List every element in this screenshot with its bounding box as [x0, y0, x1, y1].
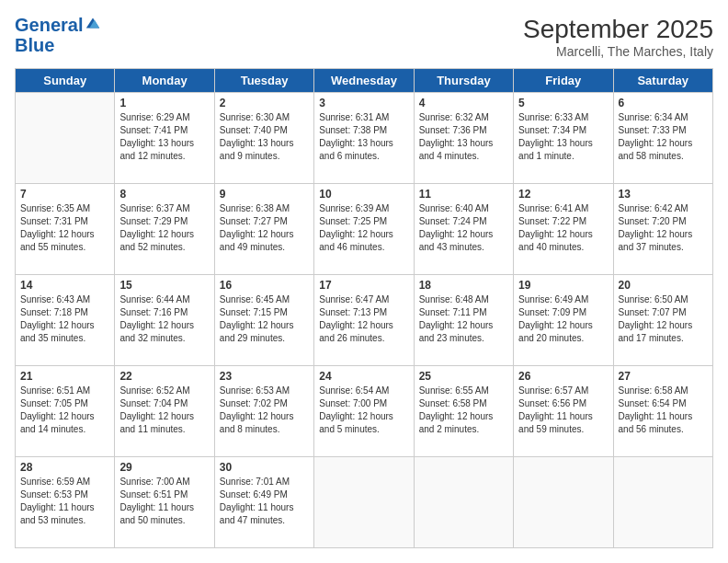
day-number: 11	[419, 188, 508, 201]
day-cell: 2Sunrise: 6:30 AMSunset: 7:40 PMDaylight…	[214, 93, 313, 184]
day-cell: 15Sunrise: 6:44 AMSunset: 7:16 PMDayligh…	[115, 275, 214, 366]
day-info: Sunrise: 6:45 AMSunset: 7:15 PMDaylight:…	[220, 293, 309, 345]
day-number: 22	[119, 370, 209, 383]
day-info: Sunrise: 6:38 AMSunset: 7:27 PMDaylight:…	[220, 202, 309, 254]
day-number: 5	[518, 97, 608, 109]
calendar-table: SundayMondayTuesdayWednesdayThursdayFrid…	[15, 68, 713, 548]
col-header-thursday: Thursday	[414, 69, 513, 93]
day-info: Sunrise: 6:49 AMSunset: 7:09 PMDaylight:…	[518, 293, 608, 345]
day-cell: 14Sunrise: 6:43 AMSunset: 7:18 PMDayligh…	[16, 275, 115, 366]
day-number: 13	[619, 188, 708, 201]
header: General Blue September 2025 Marcelli, Th…	[15, 15, 713, 59]
col-header-tuesday: Tuesday	[214, 69, 313, 93]
day-number: 17	[319, 279, 408, 292]
day-info: Sunrise: 6:57 AMSunset: 6:56 PMDaylight:…	[518, 385, 608, 436]
day-info: Sunrise: 6:34 AMSunset: 7:33 PMDaylight:…	[619, 111, 708, 163]
day-info: Sunrise: 6:52 AMSunset: 7:04 PMDaylight:…	[119, 385, 209, 436]
day-info: Sunrise: 6:43 AMSunset: 7:18 PMDaylight:…	[20, 293, 109, 345]
day-info: Sunrise: 6:53 AMSunset: 7:02 PMDaylight:…	[220, 385, 309, 436]
day-cell: 28Sunrise: 6:59 AMSunset: 6:53 PMDayligh…	[16, 457, 115, 548]
day-cell: 19Sunrise: 6:49 AMSunset: 7:09 PMDayligh…	[514, 275, 613, 366]
day-number: 3	[319, 97, 408, 109]
day-number: 25	[419, 370, 508, 383]
col-header-friday: Friday	[514, 69, 613, 93]
day-number: 4	[419, 97, 508, 109]
logo-text: General	[15, 15, 83, 35]
week-row-3: 14Sunrise: 6:43 AMSunset: 7:18 PMDayligh…	[16, 275, 713, 366]
day-info: Sunrise: 6:35 AMSunset: 7:31 PMDaylight:…	[20, 202, 109, 254]
day-number: 20	[619, 279, 708, 292]
day-cell: 4Sunrise: 6:32 AMSunset: 7:36 PMDaylight…	[414, 93, 513, 184]
day-cell	[16, 93, 115, 184]
day-info: Sunrise: 6:32 AMSunset: 7:36 PMDaylight:…	[419, 111, 508, 163]
day-cell: 11Sunrise: 6:40 AMSunset: 7:24 PMDayligh…	[414, 184, 513, 275]
col-header-saturday: Saturday	[613, 69, 712, 93]
day-number: 6	[619, 97, 708, 109]
day-number: 26	[518, 370, 608, 383]
day-cell: 24Sunrise: 6:54 AMSunset: 7:00 PMDayligh…	[314, 366, 414, 457]
day-info: Sunrise: 6:50 AMSunset: 7:07 PMDaylight:…	[619, 293, 708, 345]
col-header-wednesday: Wednesday	[314, 69, 414, 93]
day-cell: 26Sunrise: 6:57 AMSunset: 6:56 PMDayligh…	[514, 366, 613, 457]
day-cell: 20Sunrise: 6:50 AMSunset: 7:07 PMDayligh…	[613, 275, 712, 366]
day-cell: 10Sunrise: 6:39 AMSunset: 7:25 PMDayligh…	[314, 184, 414, 275]
day-info: Sunrise: 7:01 AMSunset: 6:49 PMDaylight:…	[220, 476, 309, 527]
day-cell: 7Sunrise: 6:35 AMSunset: 7:31 PMDaylight…	[16, 184, 115, 275]
day-cell: 22Sunrise: 6:52 AMSunset: 7:04 PMDayligh…	[115, 366, 214, 457]
day-info: Sunrise: 6:33 AMSunset: 7:34 PMDaylight:…	[518, 111, 608, 163]
day-info: Sunrise: 6:51 AMSunset: 7:05 PMDaylight:…	[20, 385, 109, 436]
week-row-5: 28Sunrise: 6:59 AMSunset: 6:53 PMDayligh…	[16, 457, 713, 548]
day-info: Sunrise: 6:44 AMSunset: 7:16 PMDaylight:…	[119, 293, 209, 345]
logo-line2: Blue	[15, 35, 54, 55]
day-number: 1	[119, 97, 209, 109]
day-number: 21	[20, 370, 109, 383]
day-cell: 6Sunrise: 6:34 AMSunset: 7:33 PMDaylight…	[613, 93, 712, 184]
day-number: 19	[518, 279, 608, 292]
day-number: 10	[319, 188, 408, 201]
day-cell: 27Sunrise: 6:58 AMSunset: 6:54 PMDayligh…	[613, 366, 712, 457]
day-cell: 12Sunrise: 6:41 AMSunset: 7:22 PMDayligh…	[514, 184, 613, 275]
day-info: Sunrise: 6:42 AMSunset: 7:20 PMDaylight:…	[619, 202, 708, 254]
week-row-2: 7Sunrise: 6:35 AMSunset: 7:31 PMDaylight…	[16, 184, 713, 275]
day-info: Sunrise: 6:37 AMSunset: 7:29 PMDaylight:…	[119, 202, 209, 254]
day-cell	[414, 457, 513, 548]
day-number: 27	[619, 370, 708, 383]
day-number: 7	[20, 188, 109, 201]
day-cell: 23Sunrise: 6:53 AMSunset: 7:02 PMDayligh…	[214, 366, 313, 457]
day-cell: 8Sunrise: 6:37 AMSunset: 7:29 PMDaylight…	[115, 184, 214, 275]
day-cell: 16Sunrise: 6:45 AMSunset: 7:15 PMDayligh…	[214, 275, 313, 366]
day-info: Sunrise: 6:31 AMSunset: 7:38 PMDaylight:…	[319, 111, 408, 163]
week-row-1: 1Sunrise: 6:29 AMSunset: 7:41 PMDaylight…	[16, 93, 713, 184]
day-number: 18	[419, 279, 508, 292]
day-info: Sunrise: 6:48 AMSunset: 7:11 PMDaylight:…	[419, 293, 508, 345]
calendar-header-row: SundayMondayTuesdayWednesdayThursdayFrid…	[16, 69, 713, 93]
day-number: 8	[119, 188, 209, 201]
day-cell: 30Sunrise: 7:01 AMSunset: 6:49 PMDayligh…	[214, 457, 313, 548]
day-info: Sunrise: 6:39 AMSunset: 7:25 PMDaylight:…	[319, 202, 408, 254]
logo-icon	[85, 15, 101, 31]
day-cell	[314, 457, 414, 548]
page: General Blue September 2025 Marcelli, Th…	[0, 0, 728, 563]
day-cell: 17Sunrise: 6:47 AMSunset: 7:13 PMDayligh…	[314, 275, 414, 366]
col-header-sunday: Sunday	[16, 69, 115, 93]
day-cell: 1Sunrise: 6:29 AMSunset: 7:41 PMDaylight…	[115, 93, 214, 184]
day-cell: 18Sunrise: 6:48 AMSunset: 7:11 PMDayligh…	[414, 275, 513, 366]
day-number: 9	[220, 188, 309, 201]
day-cell: 5Sunrise: 6:33 AMSunset: 7:34 PMDaylight…	[514, 93, 613, 184]
day-number: 14	[20, 279, 109, 292]
day-cell	[613, 457, 712, 548]
day-number: 30	[220, 461, 309, 474]
day-number: 12	[518, 188, 608, 201]
day-number: 2	[220, 97, 309, 109]
location: Marcelli, The Marches, Italy	[523, 44, 713, 59]
day-number: 16	[220, 279, 309, 292]
day-cell	[514, 457, 613, 548]
day-number: 23	[220, 370, 309, 383]
day-info: Sunrise: 6:47 AMSunset: 7:13 PMDaylight:…	[319, 293, 408, 345]
day-number: 24	[319, 370, 408, 383]
day-cell: 9Sunrise: 6:38 AMSunset: 7:27 PMDaylight…	[214, 184, 313, 275]
col-header-monday: Monday	[115, 69, 214, 93]
day-cell: 13Sunrise: 6:42 AMSunset: 7:20 PMDayligh…	[613, 184, 712, 275]
week-row-4: 21Sunrise: 6:51 AMSunset: 7:05 PMDayligh…	[16, 366, 713, 457]
day-number: 29	[119, 461, 209, 474]
